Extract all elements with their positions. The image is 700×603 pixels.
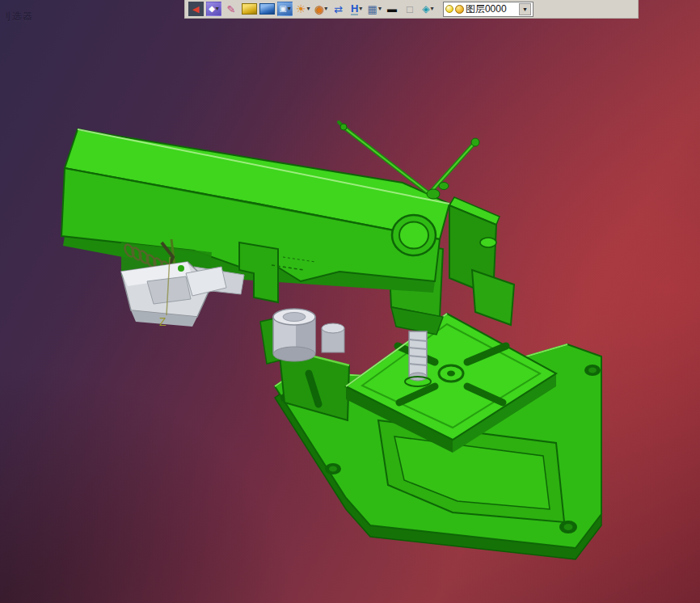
3d-viewport[interactable]: Z	[0, 0, 700, 603]
model-svg	[0, 0, 700, 603]
z-axis-label: Z	[159, 315, 167, 328]
main-arm[interactable]	[61, 129, 449, 302]
swivel-cylinder[interactable]	[260, 309, 344, 364]
right-bracket[interactable]	[449, 197, 514, 325]
app-window: 刂选器 ◀ ◆▾ ✎ ▣▾ ☀▾ ◉▾ ⇄ H▾	[0, 0, 700, 603]
